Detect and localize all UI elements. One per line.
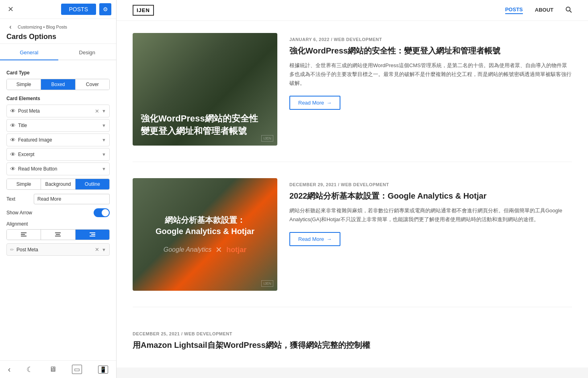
expand-featured-image[interactable]: ▼ xyxy=(102,138,106,142)
card-type-cover[interactable]: Cover xyxy=(76,79,109,90)
svg-rect-5 xyxy=(55,236,61,236)
align-right[interactable] xyxy=(76,230,109,240)
card-type-boxed[interactable]: Boxed xyxy=(41,79,75,90)
align-center[interactable] xyxy=(41,230,75,240)
align-left[interactable] xyxy=(7,230,41,240)
post-1-image-overlay: 強化WordPress網站的安全性 變更登入網址和管理者帳號 xyxy=(133,33,277,146)
edit-pencil-icon[interactable]: ✏ xyxy=(10,247,14,253)
svg-rect-7 xyxy=(91,234,95,235)
gear-button[interactable]: ⚙ xyxy=(99,3,111,15)
back-arrow-button[interactable]: ‹ xyxy=(6,23,14,31)
panel-content: Card Type Simple Boxed Cover Card Elemen… xyxy=(0,60,116,360)
nav-about[interactable]: ABOUT xyxy=(535,7,553,14)
publish-button[interactable]: POSTS xyxy=(61,4,96,15)
post-1-image-logo: IJEN xyxy=(261,135,273,142)
svg-rect-6 xyxy=(90,232,95,233)
post-1-excerpt: 根據統計、全世界有三成的網站使用WordPress這個CMS管理系統，是第二名的… xyxy=(289,61,572,88)
post-2-image-logo: IJEN xyxy=(261,280,273,287)
expand-post-meta[interactable]: ▼ xyxy=(102,109,106,113)
alignment-buttons xyxy=(6,229,110,240)
expand-excerpt[interactable]: ▼ xyxy=(102,152,106,157)
style-background[interactable]: Background xyxy=(41,179,75,189)
card-type-label: Card Type xyxy=(6,70,110,76)
element-read-more-label: Read More Button xyxy=(18,166,99,172)
element-excerpt: 👁 Excerpt ▼ xyxy=(6,148,110,161)
element-featured-image: 👁 Featured Image ▼ xyxy=(6,134,110,146)
post-3-meta: DECEMBER 25, 2021 / WEB DEVELOPMENT xyxy=(133,331,572,336)
card-type-simple[interactable]: Simple xyxy=(7,79,41,90)
text-field-input[interactable] xyxy=(34,194,110,204)
eye-featured-image[interactable]: 👁 xyxy=(10,137,16,143)
breadcrumb-area: ‹ Customizing • Blog Posts Cards Options xyxy=(0,19,116,44)
eye-title[interactable]: 👁 xyxy=(10,122,16,129)
post-2-meta: DECEMBER 29, 2021 / WEB DEVELOPMENT xyxy=(289,182,572,187)
svg-rect-2 xyxy=(21,236,27,236)
element-read-more: 👁 Read More Button ▼ xyxy=(6,162,110,175)
post-2-logos: Google Analytics ✕ hotjar xyxy=(164,245,246,255)
search-icon[interactable] xyxy=(565,6,572,14)
eye-post-meta[interactable]: 👁 xyxy=(10,108,16,114)
remove-post-meta[interactable]: ✕ xyxy=(95,108,99,114)
bottom-back-icon[interactable]: ‹ xyxy=(8,365,11,374)
bottom-moon-icon[interactable]: ☾ xyxy=(27,365,33,374)
ga-logo: Google Analytics xyxy=(164,246,211,253)
post-card-2: 網站分析基本款設置：Google Analytics & Hotjar Goog… xyxy=(133,178,572,307)
element-title: 👁 Title ▼ xyxy=(6,119,110,132)
remove-bottom-post-meta[interactable]: ✕ xyxy=(95,247,99,253)
hotjar-logo: hotjar xyxy=(226,246,246,254)
close-button[interactable]: ✕ xyxy=(5,4,16,15)
text-field-label: Text xyxy=(6,196,31,202)
cross-symbol: ✕ xyxy=(215,245,222,255)
tab-design[interactable]: Design xyxy=(58,45,117,60)
button-style-selector: Simple Background Outline xyxy=(6,179,110,190)
post-image-2: 網站分析基本款設置：Google Analytics & Hotjar Goog… xyxy=(133,178,277,291)
eye-read-more[interactable]: 👁 xyxy=(10,166,16,172)
svg-rect-8 xyxy=(90,236,95,236)
style-simple[interactable]: Simple xyxy=(7,179,41,189)
panel-title: Cards Options xyxy=(6,33,110,41)
element-post-meta-label: Post Meta xyxy=(18,108,92,114)
arrow-icon-1: → xyxy=(326,100,332,106)
post-card-1: 強化WordPress網站的安全性 變更登入網址和管理者帳號 IJEN JANU… xyxy=(133,33,572,162)
read-more-btn-2[interactable]: Read More → xyxy=(289,232,340,246)
post-1-info: JANUARY 6, 2022 / WEB DEVELOPMENT 強化Word… xyxy=(289,33,572,146)
style-outline[interactable]: Outline xyxy=(76,179,109,189)
show-arrow-toggle[interactable] xyxy=(94,208,110,217)
element-featured-image-label: Featured Image xyxy=(18,137,99,143)
bottom-desktop-icon[interactable]: 🖥 xyxy=(49,365,56,374)
expand-bottom-post-meta[interactable]: ▼ xyxy=(102,247,106,252)
arrow-icon-2: → xyxy=(326,236,332,242)
element-excerpt-label: Excerpt xyxy=(18,152,99,157)
svg-line-10 xyxy=(570,10,572,12)
show-arrow-label: Show Arrow xyxy=(6,210,90,216)
post-2-image-overlay: 網站分析基本款設置：Google Analytics & Hotjar Goog… xyxy=(133,178,277,291)
preview-content: 強化WordPress網站的安全性 變更登入網址和管理者帳號 IJEN JANU… xyxy=(117,21,588,368)
post-2-excerpt: 網站分析聽起來非常複雜與麻煩，若非數位行銷專業或電商的網站通常都不會進行網頁分析… xyxy=(289,206,572,224)
element-title-label: Title xyxy=(18,123,99,128)
expand-read-more[interactable]: ▼ xyxy=(102,166,106,171)
tab-general[interactable]: General xyxy=(0,45,58,60)
breadcrumb-path: Customizing • Blog Posts xyxy=(18,25,67,29)
svg-rect-0 xyxy=(21,232,27,233)
tabs-row: General Design xyxy=(0,45,116,60)
nav-posts[interactable]: POSTS xyxy=(505,6,523,14)
bottom-mobile-icon[interactable]: 📱 xyxy=(98,366,108,374)
alignment-row: Alignment xyxy=(6,221,110,240)
svg-rect-3 xyxy=(55,232,61,233)
read-more-btn-1[interactable]: Read More → xyxy=(289,96,340,110)
toggle-knob xyxy=(102,209,109,216)
text-field-row: Text xyxy=(6,194,110,204)
svg-rect-4 xyxy=(56,234,60,235)
post-card-3: DECEMBER 25, 2021 / WEB DEVELOPMENT 用Ama… xyxy=(133,323,572,351)
site-logo: IJEN xyxy=(133,5,154,16)
post-1-image-title: 強化WordPress網站的安全性 變更登入網址和管理者帳號 xyxy=(141,113,269,138)
post-1-title: 強化WordPress網站的安全性：變更登入網址和管理者帳號 xyxy=(289,45,572,56)
expand-title[interactable]: ▼ xyxy=(102,123,106,128)
card-elements-label: Card Elements xyxy=(6,96,110,101)
post-2-title: 2022網站分析基本款設置：Google Analytics & Hotjar xyxy=(289,190,572,201)
bottom-tablet-icon[interactable]: ▭ xyxy=(72,365,82,374)
eye-excerpt[interactable]: 👁 xyxy=(10,151,16,158)
show-arrow-row: Show Arrow xyxy=(6,208,110,217)
bottom-post-meta-label: Post Meta xyxy=(16,247,92,253)
svg-point-9 xyxy=(566,7,570,11)
